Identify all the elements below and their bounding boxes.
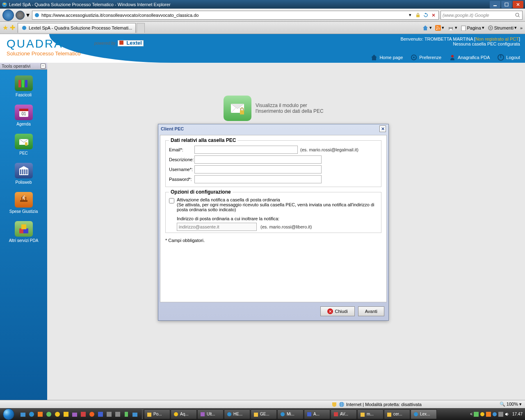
nav-logout[interactable]: Logout <box>497 54 520 61</box>
welcome-text: Benvenuto: TROMBETTA MARTINA <box>400 37 473 41</box>
fieldset-options-legend: Opzioni di configurazione <box>169 189 233 195</box>
home-icon[interactable]: ▾ <box>422 25 432 31</box>
sidebar: Tools operativi − Fascicoli 01 Agenda PE… <box>0 63 47 408</box>
tray-icon[interactable] <box>492 412 497 417</box>
avanti-button[interactable]: Avanti <box>358 306 384 316</box>
search-box[interactable]: (www.google.it) Google <box>441 11 523 20</box>
ql-app4[interactable] <box>45 410 53 419</box>
tray-icon[interactable] <box>480 412 485 417</box>
ql-firefox[interactable] <box>88 410 96 419</box>
task-item[interactable]: Po... <box>144 409 170 419</box>
print-icon[interactable]: ▾ <box>447 25 457 31</box>
tray-icon[interactable] <box>498 412 503 417</box>
search-icon[interactable] <box>515 12 520 18</box>
collapse-icon[interactable]: − <box>41 64 46 68</box>
task-item[interactable]: GE... <box>251 409 277 419</box>
ql-app7[interactable] <box>71 410 79 419</box>
add-favorite-icon[interactable]: ✚ <box>10 24 15 32</box>
ql-app3[interactable] <box>36 410 44 419</box>
svg-rect-21 <box>18 80 21 87</box>
pec-hint[interactable]: Visualizza il modulo per l'inserimento d… <box>224 96 329 121</box>
username-field[interactable] <box>194 165 322 173</box>
svg-point-6 <box>22 26 26 30</box>
tray-expand-icon[interactable]: < <box>470 412 472 416</box>
notify-checkbox[interactable] <box>169 198 174 203</box>
task-item[interactable]: Aq... <box>171 409 197 419</box>
svg-rect-25 <box>19 109 28 111</box>
window-close-button[interactable] <box>513 1 523 8</box>
task-item[interactable]: Ult... <box>197 409 224 419</box>
chiudi-button[interactable]: ✕Chiudi <box>320 306 354 316</box>
nav-anagrafica[interactable]: Anagrafica PDA <box>449 54 490 61</box>
ql-app13[interactable] <box>122 410 130 419</box>
sidebar-item-agenda[interactable]: 01 Agenda <box>0 105 47 126</box>
internet-zone-icon[interactable] <box>339 401 345 407</box>
task-item[interactable]: cer... <box>384 409 410 419</box>
ql-app11[interactable] <box>105 410 113 419</box>
dialog-title: Client PEC <box>161 126 184 131</box>
sidebar-item-fascicoli[interactable]: Fascicoli <box>0 75 47 97</box>
volume-icon[interactable] <box>504 412 509 417</box>
svg-rect-54 <box>125 412 128 417</box>
ql-app5[interactable] <box>53 410 62 419</box>
tools-menu[interactable]: Strumenti ▾ <box>488 25 517 31</box>
forward-email-field[interactable] <box>177 223 257 231</box>
browser-tab[interactable]: Lextel SpA - Quadra Soluzione Processo T… <box>18 23 136 33</box>
maximize-button[interactable] <box>501 1 512 8</box>
window-title: Lextel SpA - Quadra Soluzione Processo T… <box>9 2 171 7</box>
nav-home[interactable]: Home page <box>370 54 403 61</box>
search-placeholder: (www.google.it) Google <box>443 13 489 18</box>
clock[interactable]: 17.47 <box>512 412 523 416</box>
password-field[interactable] <box>194 175 322 183</box>
svg-point-17 <box>413 57 415 58</box>
ql-app12[interactable] <box>114 410 122 419</box>
stop-icon[interactable] <box>430 12 437 18</box>
refresh-icon[interactable] <box>422 12 429 18</box>
address-bar[interactable]: https://www.accessogiustizia.it/consolle… <box>32 11 439 20</box>
forward-button[interactable] <box>16 11 25 20</box>
envelope-lock-icon <box>224 96 251 121</box>
security-icon[interactable] <box>415 12 421 18</box>
svg-rect-15 <box>119 41 123 45</box>
label-username: Username*: <box>169 167 194 172</box>
ql-app8[interactable] <box>79 410 87 419</box>
sidebar-item-altri[interactable]: Altri servizi PDA <box>0 221 47 243</box>
favorites-icon[interactable]: ★ <box>2 24 8 32</box>
tray-icon[interactable] <box>486 412 491 417</box>
dialog-close-button[interactable]: ✕ <box>379 126 386 132</box>
ql-ie[interactable] <box>27 410 36 419</box>
feed-icon[interactable]: ▾ <box>435 25 444 31</box>
back-button[interactable] <box>2 9 14 21</box>
task-item-active[interactable]: Lex... <box>411 409 437 419</box>
ql-app14[interactable] <box>131 410 139 419</box>
sidebar-item-pec[interactable]: PEC <box>0 134 47 155</box>
toolbar-chevron-icon[interactable]: » <box>520 25 523 30</box>
ql-outlook[interactable] <box>62 410 70 419</box>
task-item[interactable]: HE... <box>224 409 250 419</box>
nav-preferences[interactable]: Preferenze <box>410 54 441 61</box>
description-field[interactable] <box>194 155 322 164</box>
task-item[interactable]: A... <box>304 409 330 419</box>
task-item[interactable]: m... <box>357 409 383 419</box>
task-item[interactable]: AV... <box>331 409 357 419</box>
task-item[interactable]: Mi... <box>277 409 304 419</box>
tray-icon[interactable] <box>474 412 479 417</box>
ql-app10[interactable] <box>96 410 105 419</box>
ql-show-desktop[interactable] <box>19 410 27 419</box>
start-button[interactable] <box>0 408 17 420</box>
page-menu[interactable]: Pagina ▾ <box>461 25 484 31</box>
nav-dropdown-icon[interactable]: ▾ <box>26 11 30 19</box>
email-field[interactable] <box>194 146 298 154</box>
sidebar-item-polisweb[interactable]: Polisweb <box>0 163 47 185</box>
svg-rect-67 <box>474 412 479 417</box>
forward-label: Indirizzo di posta ordinaria a cui inolt… <box>177 216 378 221</box>
new-tab-button[interactable] <box>137 23 145 33</box>
sidebar-header[interactable]: Tools operativi − <box>0 63 47 70</box>
zoom-level[interactable]: 🔍 100% ▾ <box>500 402 522 407</box>
svg-rect-58 <box>201 412 205 416</box>
system-tray[interactable]: < 17.47 <box>468 412 525 417</box>
not-registered-link[interactable]: Non registrato al PCT <box>475 37 519 41</box>
hint-email: (es. mario.rossi@legalmail.it) <box>300 147 358 152</box>
minimize-button[interactable] <box>490 1 500 8</box>
sidebar-item-spese[interactable]: € Spese Giustizia <box>0 192 47 214</box>
